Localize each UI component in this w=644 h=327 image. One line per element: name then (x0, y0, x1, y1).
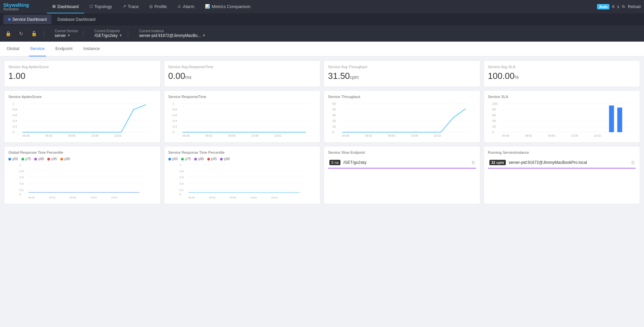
alarm-icon: ⚠ (177, 4, 181, 9)
svg-text:0: 0 (179, 193, 181, 196)
svg-text:09:48: 09:48 (182, 134, 190, 137)
svg-text:10:02: 10:02 (274, 134, 281, 137)
svg-text:0: 0 (492, 130, 494, 134)
svg-text:1: 1 (19, 163, 21, 167)
slow-endpoint-card: Service Slow Endpoint 0 na /GET/go2sky ⎘ (324, 146, 480, 204)
svg-text:0: 0 (172, 130, 174, 134)
nav-trace[interactable]: ↗ Trace (117, 0, 144, 13)
toolbar-separator-2 (83, 30, 84, 37)
svg-text:20: 20 (332, 119, 336, 123)
apdex-chart-svg: 1 0.8 0.6 0.4 0.2 0 09:48 09:52 09:56 10… (8, 101, 156, 138)
tab-database-dashboard[interactable]: Database Dashboard (53, 15, 100, 24)
svg-text:0.6: 0.6 (19, 176, 23, 179)
chevron-down-icon-2: ▼ (119, 34, 122, 37)
throughput-value: 31.50cpm (328, 71, 476, 81)
instance-copy-icon[interactable]: ⎘ (632, 160, 634, 165)
global-percentile-card: Global Response Time Percentile p50 p75 … (4, 146, 161, 204)
response-time-chart-card: Service ResponseTime 1 0.8 0.6 0.4 0.2 0 (164, 90, 321, 143)
svg-text:09:56: 09:56 (228, 134, 235, 137)
svg-text:10:02: 10:02 (111, 196, 117, 199)
trace-icon: ↗ (123, 4, 126, 9)
current-service-label-group: Current Service server ▼ (55, 29, 78, 38)
sub-tab-service[interactable]: Service (29, 42, 46, 56)
current-service-select[interactable]: server ▼ (55, 33, 78, 38)
svg-text:09:48: 09:48 (188, 196, 195, 199)
global-percentile-title: Global Response Time Percentile (8, 150, 156, 154)
svc-legend-p50: p50 (168, 157, 178, 161)
refresh-icon-button[interactable]: ↻ (18, 30, 24, 38)
svg-text:0.6: 0.6 (172, 113, 177, 117)
svc-legend-p90: p90 (194, 157, 204, 161)
svg-text:09:56: 09:56 (388, 134, 395, 137)
svg-text:10: 10 (332, 125, 336, 128)
current-instance-select[interactable]: server-pid:91672@JimmyMacBo... ▼ (139, 33, 206, 38)
nav-alarm[interactable]: ⚠ Alarm (172, 0, 200, 13)
svg-text:100: 100 (492, 102, 498, 105)
nav-metrics-comparison[interactable]: 📊 Metrics Comparison (200, 0, 256, 13)
global-percentile-chart-area: 1 0.8 0.6 0.4 0.2 0 09:48 09:52 09:56 10… (8, 163, 156, 200)
metrics-icon: 📊 (205, 4, 210, 9)
svg-text:10:00: 10:00 (571, 134, 578, 137)
nav-profile[interactable]: ◎ Profile (144, 0, 172, 13)
svc-p99-dot (220, 158, 223, 160)
metric-cards-row: Service Avg ApdexScore 1.00 Service Avg … (4, 60, 640, 87)
svg-text:10:02: 10:02 (271, 196, 277, 199)
top-navigation: Skywalking Rocketbot ⊞ Dashboard ⬡ Topol… (0, 0, 644, 13)
nav-topology[interactable]: ⬡ Topology (84, 0, 117, 13)
svg-text:1: 1 (12, 102, 14, 105)
svg-text:0: 0 (19, 193, 21, 196)
throughput-chart-card: Service Throughput 50 40 30 20 10 0 (324, 90, 480, 143)
tab-dot (8, 18, 11, 21)
legend-p75: p75 (21, 157, 31, 161)
endpoint-name: /GET/go2sky (343, 160, 469, 165)
svg-text:0.6: 0.6 (179, 176, 183, 179)
sub-tab-endpoint[interactable]: Endpoint (54, 42, 74, 56)
legend-p99: p99 (60, 157, 70, 161)
sub-tab-global[interactable]: Global (5, 42, 21, 56)
nav-right-controls: Auto 6 s ↻ Reload (597, 4, 641, 9)
p75-dot (21, 158, 24, 160)
charts-row-1: Service ApdexScore 1 0.8 0.6 0.4 0.2 (4, 90, 640, 143)
global-percentile-legend: p50 p75 p90 p95 p99 (8, 157, 156, 161)
svg-text:0.4: 0.4 (179, 182, 183, 185)
endpoint-na-badge: 0 na (329, 160, 340, 165)
svg-text:09:52: 09:52 (365, 134, 372, 137)
tab-service-dashboard[interactable]: Service Dashboard (3, 15, 51, 24)
throughput-chart-area: 50 40 30 20 10 0 09:48 09:52 09:56 10:00… (328, 101, 476, 138)
lock-icon-button[interactable]: 🔒 (4, 30, 12, 38)
svg-text:10:00: 10:00 (251, 134, 259, 137)
nav-dashboard[interactable]: ⊞ Dashboard (47, 0, 84, 13)
apdex-chart-card: Service ApdexScore 1 0.8 0.6 0.4 0.2 (4, 90, 161, 143)
apdex-score-value: 1.00 (8, 71, 156, 81)
interval-unit: s (617, 4, 619, 9)
svg-text:80: 80 (492, 107, 496, 111)
copy-icon[interactable]: ⎘ (472, 160, 475, 165)
svg-text:09:52: 09:52 (49, 196, 55, 199)
topology-icon: ⬡ (90, 4, 93, 9)
svg-text:1: 1 (179, 163, 181, 167)
svg-text:0.2: 0.2 (19, 188, 23, 192)
sla-title: Service Avg SLA (488, 65, 636, 69)
sla-value: 100.00% (488, 71, 636, 81)
reload-button[interactable]: Reload (628, 4, 641, 9)
svc-p75-dot (181, 158, 184, 160)
svg-text:0.2: 0.2 (12, 125, 17, 128)
unlock-icon-button[interactable]: 🔓 (30, 30, 38, 38)
running-instance-title: Running ServiceInstance (488, 150, 636, 154)
svg-text:0.4: 0.4 (172, 119, 177, 123)
instance-icon: ▭ (133, 31, 137, 36)
current-service-group: ⟨⟩ Current Service server ▼ (49, 29, 78, 38)
current-endpoint-select[interactable]: /GET/go2sky ▼ (94, 33, 122, 38)
slow-endpoint-title: Service Slow Endpoint (328, 150, 476, 154)
sub-tab-instance[interactable]: Instance (82, 42, 101, 56)
svc-p90-dot (194, 158, 197, 160)
profile-icon: ◎ (149, 4, 153, 9)
svg-text:30: 30 (332, 113, 336, 117)
apdex-chart-title: Service ApdexScore (8, 95, 156, 99)
response-time-chart-svg: 1 0.8 0.6 0.4 0.2 0 09:48 09:52 09:56 10… (168, 101, 316, 138)
dashboard-tabs: Service Dashboard Database Dashboard (0, 13, 644, 26)
svg-text:40: 40 (492, 119, 496, 123)
throughput-title: Service Avg Throughput (328, 65, 476, 69)
legend-p50: p50 (8, 157, 18, 161)
svc-p50-dot (168, 158, 171, 160)
